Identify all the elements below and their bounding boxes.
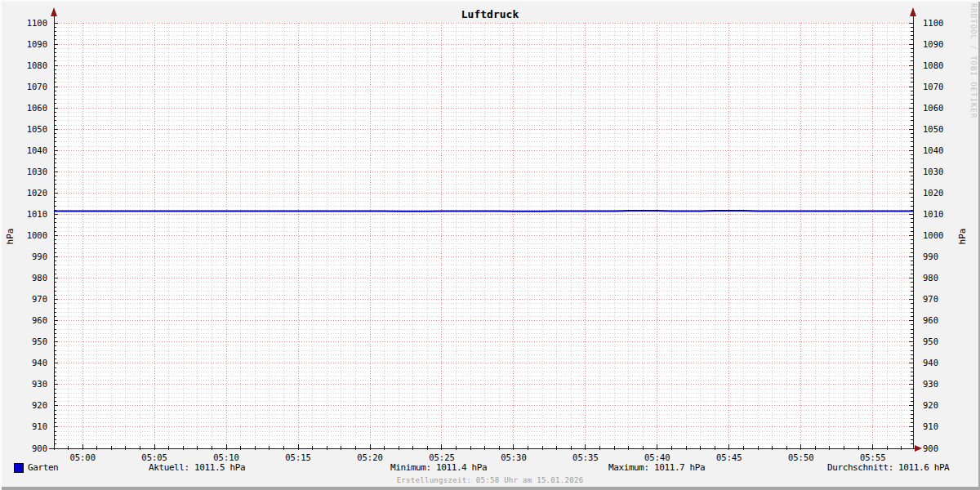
svg-text:990: 990 [32, 252, 47, 261]
svg-text:910: 910 [32, 421, 47, 431]
svg-text:930: 930 [923, 379, 938, 389]
stat-maximum: Maximum: 1011.7 hPa [608, 462, 705, 473]
svg-text:05:50: 05:50 [788, 452, 814, 462]
svg-text:1090: 1090 [923, 39, 943, 49]
svg-text:1070: 1070 [923, 82, 943, 91]
svg-text:900: 900 [32, 443, 47, 453]
svg-text:1030: 1030 [27, 167, 47, 176]
svg-text:980: 980 [32, 273, 47, 283]
svg-text:1070: 1070 [27, 82, 47, 91]
svg-text:1050: 1050 [923, 124, 943, 134]
svg-text:05:30: 05:30 [501, 452, 527, 462]
svg-text:910: 910 [923, 421, 938, 431]
series-line-garten [54, 211, 913, 212]
svg-text:1080: 1080 [27, 60, 47, 70]
legend-series-label: Garten [28, 462, 58, 473]
x-tick-labels: 05:0005:0505:1005:1505:2005:2505:3005:35… [69, 452, 885, 462]
svg-text:920: 920 [923, 400, 938, 410]
svg-text:05:15: 05:15 [285, 452, 311, 462]
svg-text:1000: 1000 [923, 230, 943, 240]
svg-text:05:45: 05:45 [716, 452, 742, 462]
svg-text:970: 970 [923, 294, 938, 304]
svg-text:05:40: 05:40 [644, 452, 670, 462]
rrdtool-graph: Luftdruck 900900910910920920930930940940… [0, 0, 980, 490]
svg-text:1020: 1020 [27, 188, 47, 198]
svg-text:05:05: 05:05 [141, 452, 167, 462]
svg-text:1100: 1100 [923, 18, 943, 28]
svg-text:930: 930 [32, 379, 47, 389]
svg-text:940: 940 [32, 358, 47, 368]
stat-aktuell: Aktuell: 1011.5 hPa [149, 462, 245, 473]
svg-text:1040: 1040 [27, 145, 47, 155]
svg-text:940: 940 [923, 358, 938, 368]
legend-swatch [14, 463, 24, 473]
svg-text:05:00: 05:00 [69, 452, 96, 462]
svg-text:1100: 1100 [27, 18, 47, 28]
creation-time: Erstellungszeit: 05:58 Uhr am 15.01.2026 [0, 476, 980, 484]
svg-text:960: 960 [32, 315, 47, 325]
svg-text:1080: 1080 [923, 60, 943, 70]
svg-text:05:25: 05:25 [429, 452, 455, 462]
rrdtool-watermark: RRDTOOL / TOBI OETIKER [969, 3, 978, 118]
svg-text:970: 970 [32, 294, 47, 304]
svg-text:1010: 1010 [27, 209, 47, 219]
svg-text:1050: 1050 [27, 124, 47, 134]
svg-text:1020: 1020 [923, 188, 943, 198]
legend-row: Garten Aktuell: 1011.5 hPa Minimum: 1011… [0, 462, 980, 474]
svg-text:1060: 1060 [27, 103, 47, 113]
svg-text:1000: 1000 [27, 230, 47, 240]
y-axis-unit-left: hPa [5, 226, 16, 247]
svg-text:960: 960 [923, 315, 938, 325]
svg-text:1090: 1090 [27, 39, 47, 49]
stat-minimum: Minimum: 1011.4 hPa [390, 462, 487, 473]
svg-text:1010: 1010 [923, 209, 943, 219]
svg-text:920: 920 [32, 400, 47, 410]
svg-text:1030: 1030 [923, 167, 943, 176]
svg-text:05:55: 05:55 [860, 452, 886, 462]
stat-durchschnitt: Durchschnitt: 1011.6 hPA [827, 462, 949, 473]
svg-text:980: 980 [923, 273, 938, 283]
y-axis-unit-right: hPa [957, 226, 968, 247]
svg-text:990: 990 [923, 252, 938, 261]
svg-text:950: 950 [923, 336, 938, 346]
svg-text:1060: 1060 [923, 103, 943, 113]
svg-text:05:35: 05:35 [572, 452, 599, 462]
svg-text:950: 950 [32, 336, 47, 346]
chart-plot-area: 9009009109109209209309309409409509509609… [0, 0, 980, 490]
svg-text:1040: 1040 [923, 145, 943, 155]
svg-text:900: 900 [923, 443, 938, 453]
svg-text:05:20: 05:20 [357, 452, 383, 462]
svg-text:05:10: 05:10 [213, 452, 239, 462]
